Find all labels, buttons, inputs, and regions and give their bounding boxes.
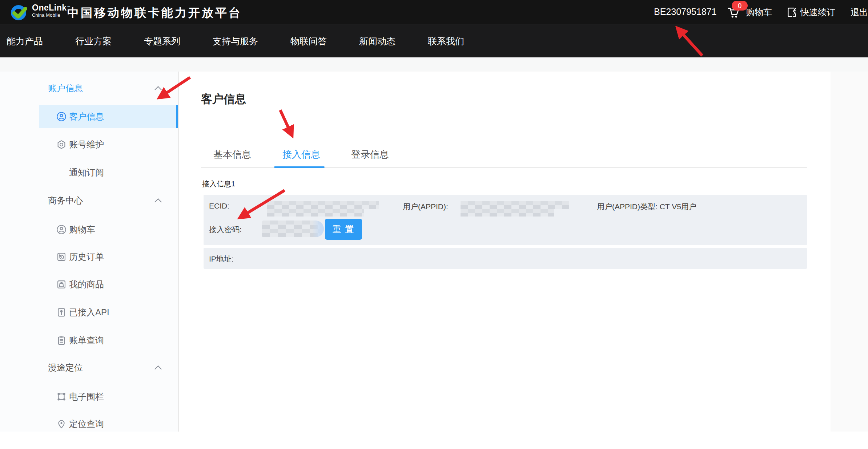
sidebar-item-geofence[interactable]: 电子围栏: [0, 385, 178, 408]
ecid-label: ECID:: [209, 202, 229, 210]
nav-item-contact[interactable]: 联系我们: [428, 35, 464, 47]
sidebar-item-customer-info[interactable]: 客户信息: [0, 105, 178, 128]
ip-panel: [204, 248, 807, 269]
ip-label: IP地址:: [209, 254, 234, 264]
password-value-redacted: [262, 221, 324, 237]
nav-item-products[interactable]: 能力产品: [7, 35, 43, 47]
ecid-value-redacted: [267, 209, 364, 217]
top-bar: OneLink™ China Mobile 中国移动物联卡能力开放平台 BE23…: [0, 0, 868, 24]
location-pin-icon: [56, 419, 67, 429]
page-title: 客户信息: [201, 92, 246, 107]
sidebar-group-label[interactable]: 账户信息: [48, 81, 83, 96]
sidebar-item-billing[interactable]: 账单查询: [0, 329, 178, 352]
nav-item-industry[interactable]: 行业方案: [75, 35, 112, 47]
chevron-up-icon[interactable]: [154, 86, 162, 93]
sidebar-item-account-maintenance[interactable]: 账号维护: [0, 133, 178, 156]
cart-count-badge: 0: [732, 1, 748, 11]
bag-icon: [56, 279, 67, 290]
sidebar-item-connected-api[interactable]: 已接入API: [0, 301, 178, 324]
tab-basic-info[interactable]: 基本信息: [213, 148, 251, 161]
sidebar-item-label[interactable]: 通知订阅: [69, 161, 104, 184]
sidebar-group-label[interactable]: 漫途定位: [48, 360, 83, 375]
history-icon: [56, 252, 67, 262]
nut-icon: [56, 139, 67, 150]
section-label: 接入信息1: [202, 179, 235, 189]
active-tab-underline: [274, 166, 325, 168]
appid-label: 用户(APPID):: [403, 202, 448, 212]
sidebar-item-label[interactable]: 客户信息: [69, 105, 104, 128]
chevron-up-icon[interactable]: [154, 365, 162, 373]
appid-type-value: CT V5用户: [660, 202, 696, 211]
access-password-label: 接入密码:: [209, 224, 242, 235]
onelink-logo-icon: [9, 4, 30, 22]
user-circle-icon: [56, 224, 67, 235]
brand-block: OneLink™ China Mobile: [32, 4, 71, 18]
tab-access-info[interactable]: 接入信息: [282, 148, 320, 161]
appid-value-redacted: [461, 201, 569, 209]
nav-item-support[interactable]: 支持与服务: [213, 35, 258, 47]
key-icon: [56, 307, 67, 317]
ecid-value-redacted: [267, 201, 379, 209]
bill-icon: [56, 335, 67, 345]
sidebar-item-location-query[interactable]: 定位查询: [0, 412, 178, 436]
nav-item-topics[interactable]: 专题系列: [144, 35, 180, 47]
sidebar-item-my-products[interactable]: 我的商品: [0, 273, 178, 296]
account-id[interactable]: BE2307951871: [654, 7, 716, 17]
page: OneLink™ China Mobile 中国移动物联卡能力开放平台 BE23…: [0, 0, 868, 449]
sidebar-group-business[interactable]: 商务中心: [0, 193, 178, 208]
appid-type-label: 用户(APPID)类型:: [597, 202, 658, 211]
sidebar-item-label[interactable]: 已接入API: [69, 301, 109, 324]
main-nav: 能力产品 行业方案 专题系列 支持与服务 物联问答 新闻动态 联系我们: [0, 24, 868, 58]
sidebar-item-label[interactable]: 我的商品: [69, 273, 104, 296]
appid-type: 用户(APPID)类型: CT V5用户: [597, 202, 696, 212]
chevron-up-icon[interactable]: [154, 198, 162, 206]
brand-subtitle: China Mobile: [32, 13, 71, 18]
sidebar-item-order-history[interactable]: 历史订单: [0, 245, 178, 268]
lightning-doc-icon[interactable]: [787, 6, 799, 19]
user-circle-icon: [56, 112, 67, 122]
sidebar-item-cart[interactable]: 购物车: [0, 218, 178, 241]
site-title: 中国移动物联卡能力开放平台: [67, 5, 242, 21]
sidebar-item-label[interactable]: 历史订单: [69, 245, 104, 268]
sidebar-item-label[interactable]: 购物车: [69, 218, 95, 241]
sidebar-group-label[interactable]: 商务中心: [48, 193, 83, 208]
reset-password-button[interactable]: 重 置: [325, 219, 362, 240]
quick-renew-link[interactable]: 快速续订: [800, 7, 835, 18]
sidebar-group-account[interactable]: 账户信息: [0, 81, 178, 96]
sidebar-item-label[interactable]: 电子围栏: [69, 385, 104, 408]
sidebar-item-label[interactable]: 账单查询: [69, 329, 104, 352]
nav-item-news[interactable]: 新闻动态: [359, 35, 395, 47]
sidebar-item-notifications[interactable]: 通知订阅: [0, 161, 178, 184]
nav-item-qa[interactable]: 物联问答: [290, 35, 327, 47]
sidebar-item-label[interactable]: 账号维护: [69, 133, 104, 156]
brand-name: OneLink: [32, 3, 67, 12]
tab-login-info[interactable]: 登录信息: [351, 148, 389, 161]
logout-link[interactable]: 退出: [851, 7, 868, 18]
right-margin: [831, 72, 868, 432]
cart-link[interactable]: 购物车: [746, 7, 772, 18]
spacer-band: [0, 57, 868, 72]
sidebar-group-mantu-location[interactable]: 漫途定位: [0, 360, 178, 375]
appid-value-redacted: [461, 209, 554, 217]
nav-list: 能力产品 行业方案 专题系列 支持与服务 物联问答 新闻动态 联系我们: [0, 24, 868, 58]
sidebar-item-label[interactable]: 定位查询: [69, 412, 104, 436]
fence-icon: [56, 392, 67, 402]
